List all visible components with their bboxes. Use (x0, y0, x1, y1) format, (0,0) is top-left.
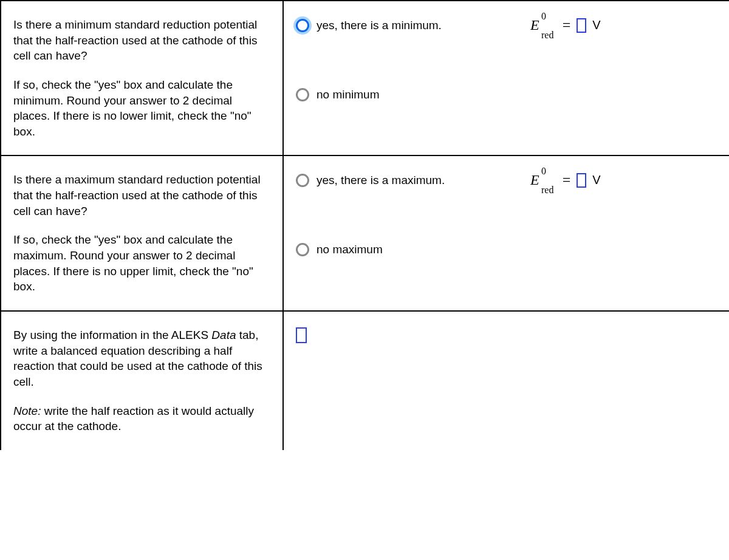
prompt-cell-max: Is there a maximum standard reduction po… (1, 155, 283, 310)
prompt-min-q: Is there a minimum standard reduction po… (13, 17, 270, 64)
question-table: Is there a minimum standard reduction po… (0, 0, 729, 450)
var-E-max: E 0 red (530, 172, 556, 188)
data-tab-ref: Data (211, 329, 236, 341)
radio-no-min[interactable] (296, 88, 309, 101)
formula-min: E 0 red = V (530, 17, 601, 33)
formula-max: E 0 red = V (530, 172, 601, 188)
radio-yes-min[interactable] (296, 19, 309, 32)
var-E-min: E 0 red (530, 17, 556, 33)
row-minimum: Is there a minimum standard reduction po… (1, 1, 729, 155)
equals-min: = (563, 17, 571, 33)
label-no-max: no maximum (317, 243, 383, 256)
label-yes-max: yes, there is a maximum. (317, 174, 445, 187)
prompt-max-q: Is there a maximum standard reduction po… (13, 172, 270, 219)
answer-cell-min: yes, there is a minimum. E 0 red = V no (283, 1, 729, 155)
choice-yes-max-row: yes, there is a maximum. E 0 red = V (296, 172, 717, 188)
radio-yes-max[interactable] (296, 174, 309, 187)
label-yes-min: yes, there is a minimum. (317, 19, 442, 32)
answer-cell-max: yes, there is a maximum. E 0 red = V no (283, 155, 729, 310)
radio-no-max[interactable] (296, 243, 309, 256)
input-max-value[interactable] (577, 173, 586, 188)
row-maximum: Is there a maximum standard reduction po… (1, 155, 729, 310)
prompt-min-inst: If so, check the "yes" box and calculate… (13, 77, 270, 140)
choice-no-max-row: no maximum (296, 243, 717, 256)
label-no-min: no minimum (317, 88, 379, 101)
unit-min: V (592, 18, 600, 32)
note-label: Note: (13, 405, 41, 417)
answer-cell-eq (283, 311, 729, 450)
prompt-cell-eq: By using the information in the ALEKS Da… (1, 311, 283, 450)
unit-max: V (592, 173, 600, 187)
choice-no-min-row: no minimum (296, 88, 717, 101)
prompt-cell-min: Is there a minimum standard reduction po… (1, 1, 283, 155)
row-equation: By using the information in the ALEKS Da… (1, 311, 729, 450)
input-min-value[interactable] (577, 18, 586, 33)
equals-max: = (563, 172, 571, 188)
input-equation[interactable] (296, 327, 307, 343)
prompt-eq-note: Note: write the half reaction as it woul… (13, 403, 270, 434)
prompt-max-inst: If so, check the "yes" box and calculate… (13, 232, 270, 295)
prompt-eq-main: By using the information in the ALEKS Da… (13, 327, 270, 390)
choice-yes-min-row: yes, there is a minimum. E 0 red = V (296, 17, 717, 33)
